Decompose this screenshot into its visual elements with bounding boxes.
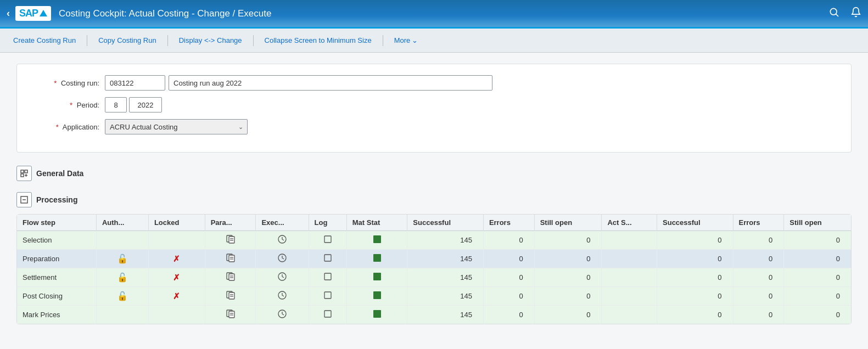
application-select[interactable]: ACRU Actual Costing — [105, 119, 248, 134]
costing-run-desc-input[interactable] — [169, 75, 492, 91]
toolbar-separator-1 — [87, 35, 87, 46]
main-content: * Costing run: * Period: * Application: … — [0, 53, 868, 335]
table-row[interactable]: Settlement🔓✗ 14500000 — [17, 268, 851, 287]
application-select-wrapper: ACRU Actual Costing ⌄ — [105, 119, 248, 134]
table-cell: 🔓 — [96, 250, 148, 268]
table-cell — [309, 231, 346, 250]
para-icon — [226, 274, 236, 283]
svg-rect-22 — [229, 274, 234, 280]
exec-icon — [277, 275, 287, 283]
col-para: Para... — [205, 215, 256, 231]
svg-rect-10 — [229, 237, 234, 243]
para-icon — [226, 255, 236, 264]
col-errors-2: Errors — [733, 215, 784, 231]
svg-rect-16 — [229, 255, 234, 262]
table-cell — [256, 231, 309, 250]
required-star-3: * — [56, 123, 59, 131]
table-row[interactable]: Post Closing🔓✗ 14500000 — [17, 287, 851, 306]
table-row[interactable]: Preparation🔓✗ 14500000 — [17, 250, 851, 268]
table-cell — [205, 231, 256, 250]
col-errors-1: Errors — [483, 215, 534, 231]
table-cell — [256, 250, 309, 268]
sap-logo-diamond — [40, 10, 47, 16]
para-icon — [226, 292, 236, 302]
table-row[interactable]: Selection 14500000 — [17, 231, 851, 250]
costing-run-label: * Costing run: — [33, 79, 99, 87]
col-flow-step: Flow step — [17, 215, 96, 231]
toolbar: Create Costing Run Copy Costing Run Disp… — [0, 29, 868, 53]
svg-rect-32 — [324, 292, 331, 299]
mat-stat-indicator — [373, 254, 381, 262]
table-cell — [309, 250, 346, 268]
table-cell — [256, 306, 309, 324]
year-input[interactable] — [129, 97, 162, 112]
auth-icon: 🔓 — [117, 254, 128, 263]
table-cell — [96, 306, 148, 324]
table-cell: Settlement — [17, 268, 96, 287]
create-costing-run-button[interactable]: Create Costing Run — [7, 33, 82, 48]
collapse-screen-button[interactable]: Collapse Screen to Minimum Size — [258, 33, 378, 48]
table-cell: 0 — [733, 306, 784, 324]
table-cell — [346, 287, 407, 306]
table-cell: ✗ — [148, 250, 205, 268]
application-label: * Application: — [33, 123, 99, 131]
svg-rect-2 — [21, 170, 24, 173]
table-cell — [602, 306, 657, 324]
table-cell — [346, 306, 407, 324]
svg-rect-26 — [324, 273, 331, 280]
table-row[interactable]: Mark Prices 14500000 — [17, 306, 851, 324]
copy-costing-run-button[interactable]: Copy Costing Run — [92, 33, 163, 48]
table-cell — [205, 306, 256, 324]
application-row: * Application: ACRU Actual Costing ⌄ — [33, 119, 835, 134]
search-icon[interactable] — [828, 7, 839, 20]
para-icon — [226, 311, 236, 320]
table-cell: 145 — [407, 268, 484, 287]
notification-icon[interactable] — [850, 7, 861, 20]
table-cell: 🔓 — [96, 287, 148, 306]
table-cell: 145 — [407, 306, 484, 324]
table-cell — [205, 250, 256, 268]
table-cell: 0 — [784, 231, 851, 250]
table-cell: 145 — [407, 250, 484, 268]
processing-collapse-icon[interactable] — [16, 192, 32, 207]
locked-x-icon: ✗ — [173, 254, 180, 263]
table-cell: 0 — [784, 306, 851, 324]
table-cell: ✗ — [148, 268, 205, 287]
table-cell: 0 — [657, 231, 733, 250]
costing-run-id-input[interactable] — [105, 75, 165, 91]
display-change-button[interactable]: Display <-> Change — [172, 33, 249, 48]
toolbar-separator-2 — [167, 35, 168, 46]
back-button[interactable]: ‹ — [7, 8, 10, 19]
table-cell: 145 — [407, 231, 484, 250]
table-cell — [256, 287, 309, 306]
period-input[interactable] — [105, 97, 127, 112]
svg-rect-3 — [25, 170, 27, 173]
more-button[interactable]: More ⌄ — [388, 33, 425, 48]
table-cell: 0 — [733, 268, 784, 287]
general-data-collapse-icon[interactable] — [16, 166, 32, 181]
table-cell: 0 — [483, 250, 534, 268]
table-cell: 0 — [483, 268, 534, 287]
table-cell — [309, 287, 346, 306]
processing-section-header[interactable]: Processing — [16, 188, 852, 212]
table-cell: 0 — [657, 250, 733, 268]
log-icon — [323, 293, 332, 301]
locked-x-icon: ✗ — [173, 273, 180, 282]
mat-stat-indicator — [373, 291, 381, 299]
svg-point-0 — [830, 8, 837, 15]
toolbar-separator-3 — [253, 35, 254, 46]
col-log: Log — [309, 215, 346, 231]
auth-icon: 🔓 — [117, 273, 128, 282]
general-data-section-header[interactable]: General Data — [16, 161, 852, 185]
table-cell: 0 — [784, 250, 851, 268]
table-cell: 0 — [483, 231, 534, 250]
table-cell: 0 — [534, 231, 602, 250]
log-icon — [323, 274, 332, 283]
table-cell: 0 — [534, 306, 602, 324]
toolbar-separator-4 — [383, 35, 383, 46]
table-cell: ✗ — [148, 287, 205, 306]
log-icon — [323, 312, 332, 320]
table-cell — [205, 268, 256, 287]
table-cell: 0 — [733, 231, 784, 250]
table-cell — [309, 306, 346, 324]
